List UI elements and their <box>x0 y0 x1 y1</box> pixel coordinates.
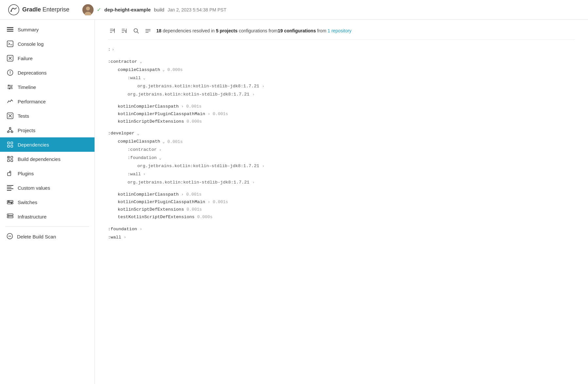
repo-link[interactable]: 1 repository <box>328 28 352 33</box>
sidebar-item-console-log[interactable]: Console log <box>0 37 95 51</box>
sidebar-label-performance: Performance <box>18 99 46 104</box>
build-timestamp: Jan 2, 2023 5:54:38 PM PST <box>167 7 226 12</box>
project-wall[interactable]: :wall › <box>108 234 575 241</box>
svg-rect-45 <box>7 201 13 202</box>
sidebar-divider <box>5 226 89 227</box>
svg-line-29 <box>10 129 12 131</box>
svg-point-3 <box>86 7 90 10</box>
sidebar-label-build-dependencies: Build dependencies <box>18 156 61 162</box>
svg-rect-50 <box>7 216 13 218</box>
dep-kotlin-2[interactable]: org.jetbrains.kotlin:kotlin-stdlib-jdk8:… <box>128 91 575 98</box>
project-contractor[interactable]: :contractor ⌄ <box>108 58 575 66</box>
sidebar: Summary Console log Failure Deprecations <box>0 20 95 384</box>
svg-rect-38 <box>11 160 13 162</box>
console-icon <box>7 40 14 47</box>
sidebar-label-custom-values: Custom values <box>18 185 50 191</box>
svg-point-27 <box>11 131 13 133</box>
dependency-tree: : › :contractor ⌄ compileClasspath ⌄ 0.0… <box>108 46 575 241</box>
build-type-label: build <box>154 7 164 12</box>
svg-point-1 <box>10 10 12 12</box>
project-count: 5 projects <box>216 28 237 33</box>
content-area: 18 dependencies resolved in 5 projects c… <box>95 20 588 384</box>
project-developer[interactable]: :developer ⌄ <box>108 130 575 137</box>
config-kotlin-plugin-main[interactable]: kotlinCompilerPluginClasspathMain › 0.00… <box>118 111 575 118</box>
svg-rect-41 <box>7 185 13 186</box>
svg-point-19 <box>8 85 9 86</box>
svg-point-20 <box>10 86 12 88</box>
config-dev-script-def[interactable]: kotlinScriptDefExtensions 0.001s <box>118 206 575 214</box>
sidebar-item-build-dependencies[interactable]: Build dependencies <box>0 152 95 166</box>
main-layout: Summary Console log Failure Deprecations <box>0 20 588 384</box>
sidebar-item-projects[interactable]: Projects <box>0 123 95 137</box>
dep-wall-1[interactable]: :wall ⌄ <box>128 75 575 82</box>
svg-rect-43 <box>7 188 13 189</box>
deprecations-icon <box>7 69 14 76</box>
svg-line-62 <box>137 32 139 33</box>
sidebar-item-switches[interactable]: Switches <box>0 195 95 209</box>
dep-kotlin-3[interactable]: org.jetbrains.kotlin:kotlin-stdlib-jdk8:… <box>137 163 575 170</box>
svg-point-0 <box>9 5 19 15</box>
plugins-icon <box>7 170 14 177</box>
svg-rect-6 <box>7 29 13 30</box>
dep-foundation[interactable]: :foundation ⌄ <box>128 154 575 162</box>
dep-wall-2[interactable]: :wall › <box>128 171 575 178</box>
switches-icon <box>7 199 14 206</box>
root-chevron[interactable]: › <box>112 46 114 53</box>
dep-contractor[interactable]: :contractor › <box>128 146 575 154</box>
config-dev-kotlin-plugin[interactable]: kotlinCompilerPluginClasspathMain › 0.00… <box>118 199 575 206</box>
logo-text: Gradle Enterprise <box>22 6 69 13</box>
svg-rect-49 <box>7 214 13 216</box>
infrastructure-icon <box>7 213 14 220</box>
config-compile-classpath[interactable]: compileClasspath ⌄ 0.000s <box>118 66 575 74</box>
project-foundation[interactable]: :foundation › <box>108 226 575 233</box>
sidebar-item-tests[interactable]: Tests <box>0 109 95 123</box>
gradle-logo-icon <box>8 4 20 16</box>
custom-values-icon <box>7 184 14 191</box>
svg-rect-40 <box>8 173 11 176</box>
sidebar-label-plugins: Plugins <box>18 171 34 176</box>
performance-icon <box>7 98 14 105</box>
sidebar-item-dependencies[interactable]: Dependencies <box>0 137 95 152</box>
svg-point-15 <box>10 74 10 74</box>
sidebar-label-deprecations: Deprecations <box>18 70 46 76</box>
root-item[interactable]: : › <box>108 46 575 54</box>
sidebar-item-timeline[interactable]: Timeline <box>0 80 95 94</box>
content-toolbar: 18 dependencies resolved in 5 projects c… <box>108 26 575 40</box>
svg-line-28 <box>8 129 10 131</box>
svg-rect-31 <box>8 142 9 144</box>
config-kotlin-compiler[interactable]: kotlinCompilerClasspath › 0.001s <box>118 103 575 111</box>
svg-rect-44 <box>7 190 11 191</box>
config-dev-compile-classpath[interactable]: compileClasspath ⌄ 0.001s <box>118 138 575 146</box>
sidebar-label-dependencies: Dependencies <box>18 142 49 148</box>
dep-count: 18 <box>156 28 162 33</box>
search-button[interactable] <box>131 26 141 35</box>
config-kotlin-script-def[interactable]: kotlinScriptDefExtensions 0.000s <box>118 118 575 126</box>
sidebar-item-deprecations[interactable]: Deprecations <box>0 65 95 80</box>
dep-kotlin-1[interactable]: org.jetbrains.kotlin:kotlin-stdlib-jdk8:… <box>137 83 575 90</box>
sidebar-item-plugins[interactable]: Plugins <box>0 166 95 181</box>
svg-rect-5 <box>7 27 13 28</box>
config-dev-test-script-def[interactable]: testKotlinScriptDefExtensions 0.000s <box>118 214 575 221</box>
sort-asc-button[interactable] <box>108 26 117 35</box>
svg-point-48 <box>11 202 12 204</box>
svg-rect-46 <box>7 202 13 204</box>
sidebar-item-infrastructure[interactable]: Infrastructure <box>0 209 95 224</box>
sidebar-item-custom-values[interactable]: Custom values <box>0 181 95 195</box>
failure-icon <box>7 55 14 62</box>
dep-kotlin-4[interactable]: org.jetbrains.kotlin:kotlin-stdlib-jdk8:… <box>128 179 575 186</box>
avatar <box>82 4 94 15</box>
config-dev-kotlin-compiler[interactable]: kotlinCompilerClasspath › 0.001s <box>118 191 575 199</box>
sort-desc-button[interactable] <box>120 26 129 35</box>
sidebar-label-failure: Failure <box>18 56 33 61</box>
tests-icon <box>7 112 14 119</box>
sidebar-item-failure[interactable]: Failure <box>0 51 95 65</box>
svg-rect-32 <box>11 142 13 144</box>
build-status-icon: ✓ <box>97 7 101 13</box>
sidebar-label-projects: Projects <box>18 128 35 133</box>
svg-point-21 <box>9 88 10 89</box>
svg-rect-34 <box>11 145 13 147</box>
sidebar-delete-build-scan[interactable]: Delete Build Scan <box>0 229 95 244</box>
sidebar-item-summary[interactable]: Summary <box>0 22 95 37</box>
svg-rect-36 <box>11 156 13 158</box>
sidebar-item-performance[interactable]: Performance <box>0 94 95 109</box>
